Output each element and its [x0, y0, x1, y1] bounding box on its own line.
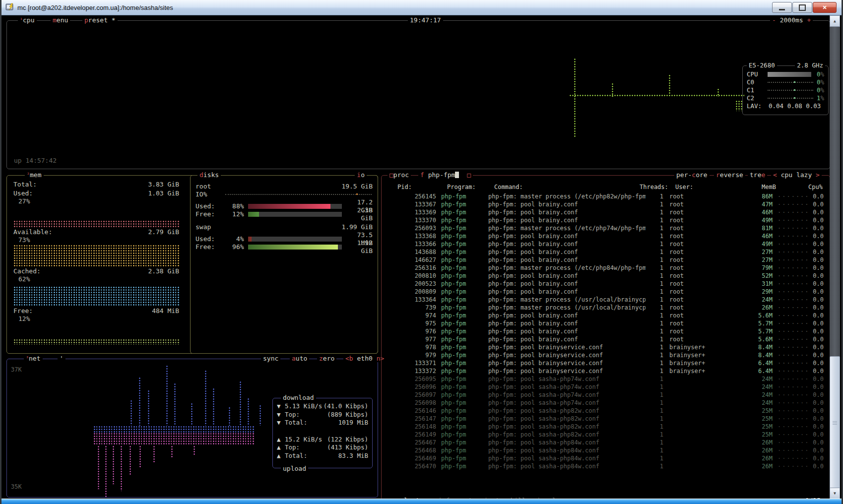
net-prev-device-button[interactable]: <b — [345, 355, 353, 362]
process-row[interactable]: 979php-fpmphp-fpm: pool brainyservice.co… — [388, 351, 824, 359]
process-row[interactable]: 977php-fpmphp-fpm: pool brainy.conf1root… — [388, 335, 824, 343]
scrollbar-down-button[interactable]: ▼ — [830, 488, 840, 499]
process-dots: ······· — [773, 407, 802, 415]
process-row[interactable]: 256145php-fpmphp-fpm: master process (/e… — [388, 192, 824, 200]
process-thr: 1 — [646, 367, 663, 375]
net-auto-toggle[interactable]: auto — [290, 355, 309, 362]
process-user — [663, 462, 723, 470]
per-core-toggle[interactable]: per-core — [674, 171, 710, 179]
process-cpu: 0.0 — [802, 312, 824, 319]
cpu-panel-title[interactable]: ¹cpu — [18, 16, 37, 24]
process-row[interactable]: 133370php-fpmphp-fpm: pool brainy.conf1r… — [388, 216, 824, 224]
process-row[interactable]: 256149php-fpmphp-fpm: pool sasha-php82w.… — [388, 431, 824, 439]
process-row[interactable]: 256093php-fpmphp-fpm: master process (/e… — [388, 224, 824, 232]
process-row[interactable]: 200810php-fpmphp-fpm: pool brainy.conf1r… — [388, 272, 824, 280]
memory-panel-title[interactable]: ²mem — [25, 171, 44, 179]
net-sync-toggle[interactable]: sync — [261, 355, 280, 362]
process-row[interactable]: 739php-fpmphp-fpm: master process (/usr/… — [388, 304, 824, 312]
process-cpu: 0.0 — [802, 439, 824, 446]
process-cpu: 0.0 — [802, 264, 824, 272]
process-cpu: 0.0 — [802, 296, 824, 304]
cpu-legend: E5-2680 2.8 GHz CPU0%C00%C10%C21%LAV:0.0… — [742, 65, 829, 115]
process-row[interactable]: 256098php-fpmphp-fpm: pool sasha-php74w.… — [388, 399, 824, 407]
process-cpu: 0.0 — [802, 383, 824, 391]
process-row[interactable]: 256095php-fpmphp-fpm: pool sasha-php74w.… — [388, 375, 824, 383]
process-row[interactable]: 256467php-fpmphp-fpm: pool sasha-php84w.… — [388, 439, 824, 446]
maximize-button[interactable] — [792, 2, 812, 13]
process-row[interactable]: 256096php-fpmphp-fpm: pool sasha-php74w.… — [388, 383, 824, 391]
mem-stat-percent: 27% — [13, 197, 179, 205]
process-row[interactable]: 975php-fpmphp-fpm: pool brainy.conf1root… — [388, 319, 824, 327]
process-row[interactable]: 133368php-fpmphp-fpm: pool brainy.conf1r… — [388, 232, 824, 240]
process-cmd: php-fpm: master process (/etc/php74w/php… — [482, 224, 646, 232]
net-device-switch[interactable]: <b eth0 n> — [343, 355, 386, 362]
process-row[interactable]: 256148php-fpmphp-fpm: pool sasha-php82w.… — [388, 423, 824, 431]
process-mem: 5.7M — [723, 319, 773, 327]
download-stat-row: ▼Top:(889 Kibps) — [273, 411, 372, 419]
process-cpu: 0.0 — [802, 431, 824, 439]
sort-next-button[interactable]: > — [816, 171, 820, 179]
scrollbar-thumb[interactable] — [830, 356, 840, 490]
sort-control[interactable]: < cpu lazy > — [771, 171, 822, 179]
disk-meter-row: Free:96%1.92 GiB — [195, 239, 373, 255]
interval-decrease-button[interactable]: - — [772, 16, 776, 24]
process-row[interactable]: 974php-fpmphp-fpm: pool brainy.conf1root… — [388, 312, 824, 319]
disks-panel-title[interactable]: disks — [197, 171, 221, 179]
interval-increase-button[interactable]: + — [807, 16, 811, 24]
process-row[interactable]: 256316php-fpmphp-fpm: master process (/e… — [388, 264, 824, 272]
terminal-scrollbar[interactable]: ▲ ▼ — [830, 15, 840, 499]
process-pid: 976 — [388, 327, 436, 335]
filter-clear-button[interactable]: □ — [467, 171, 471, 179]
sort-column-label: cpu lazy — [781, 171, 816, 179]
update-interval-control[interactable]: - 2000ms + — [770, 16, 813, 24]
reverse-toggle[interactable]: reverse — [714, 171, 745, 179]
process-panel-title[interactable]: □proc — [388, 171, 411, 179]
process-row[interactable]: 256470php-fpmphp-fpm: pool sasha-php84w.… — [388, 462, 824, 470]
process-row[interactable]: 200523php-fpmphp-fpm: pool brainy.conf1r… — [388, 280, 824, 288]
minimize-button[interactable] — [772, 2, 792, 13]
disk-total: 1.99 GiB — [341, 223, 373, 231]
process-row[interactable]: 146627php-fpmphp-fpm: pool brainy.conf1r… — [388, 256, 824, 264]
process-row[interactable]: 256146php-fpmphp-fpm: pool sasha-php82w.… — [388, 407, 824, 415]
process-row[interactable]: 133364php-fpmphp-fpm: master process (/u… — [388, 296, 824, 304]
process-mem: 5.7M — [723, 327, 773, 335]
scrollbar-up-button[interactable]: ▲ — [830, 15, 840, 27]
core-usage-value: 0% — [817, 70, 824, 78]
disk-meter-value: 1.92 GiB — [342, 239, 373, 255]
disks-io-toggle[interactable]: io — [355, 171, 367, 179]
mem-stat-label: Used: — [13, 189, 33, 197]
process-row[interactable]: 133372php-fpmphp-fpm: pool brainyservice… — [388, 367, 824, 375]
process-row[interactable]: 143688php-fpmphp-fpm: pool brainy.conf1r… — [388, 248, 824, 256]
process-dots: ······· — [773, 232, 802, 240]
network-panel-title[interactable]: ³net — [24, 355, 43, 362]
filter-input[interactable]: php-fpm — [428, 171, 455, 179]
process-row[interactable]: 976php-fpmphp-fpm: pool brainy.conf1root… — [388, 327, 824, 335]
process-cpu: 0.0 — [802, 446, 824, 454]
process-row[interactable]: 133367php-fpmphp-fpm: pool brainy.conf1r… — [388, 200, 824, 208]
cpu-legend-row: C00% — [743, 78, 828, 86]
process-row[interactable]: 133366php-fpmphp-fpm: pool brainy.conf1r… — [388, 240, 824, 248]
process-pid: 739 — [388, 304, 436, 312]
net-zero-toggle[interactable]: zero — [317, 355, 336, 362]
process-cmd: php-fpm: pool sasha-php82w.conf — [482, 423, 646, 431]
process-prog: php-fpm — [436, 256, 482, 264]
process-cpu: 0.0 — [802, 280, 824, 288]
tree-toggle[interactable]: tree — [748, 171, 767, 179]
process-row[interactable]: 256469php-fpmphp-fpm: pool sasha-php84w.… — [388, 454, 824, 462]
close-button[interactable]: ✕ — [813, 2, 837, 13]
core-usage-value: 0% — [817, 86, 824, 94]
sort-prev-button[interactable]: < — [773, 171, 777, 179]
process-row[interactable]: 200809php-fpmphp-fpm: pool brainy.conf1r… — [388, 288, 824, 296]
filter-key[interactable]: f — [420, 171, 424, 179]
process-row[interactable]: 256147php-fpmphp-fpm: pool sasha-php82w.… — [388, 415, 824, 423]
process-row[interactable]: 133369php-fpmphp-fpm: pool brainy.conf1r… — [388, 208, 824, 216]
process-search[interactable]: f php-fpm □ — [418, 171, 473, 179]
process-row[interactable]: 133371php-fpmphp-fpm: pool brainyservice… — [388, 359, 824, 367]
process-cmd: php-fpm: pool sasha-php74w.conf — [482, 375, 646, 383]
process-row[interactable]: 256097php-fpmphp-fpm: pool sasha-php74w.… — [388, 391, 824, 399]
menu-button[interactable]: menu — [51, 16, 70, 24]
preset-button[interactable]: preset * — [82, 16, 118, 24]
process-row[interactable]: 978php-fpmphp-fpm: pool brainyservice.co… — [388, 343, 824, 351]
uptime: up 14:57:42 — [14, 157, 57, 164]
process-row[interactable]: 256468php-fpmphp-fpm: pool sasha-php84w.… — [388, 446, 824, 454]
